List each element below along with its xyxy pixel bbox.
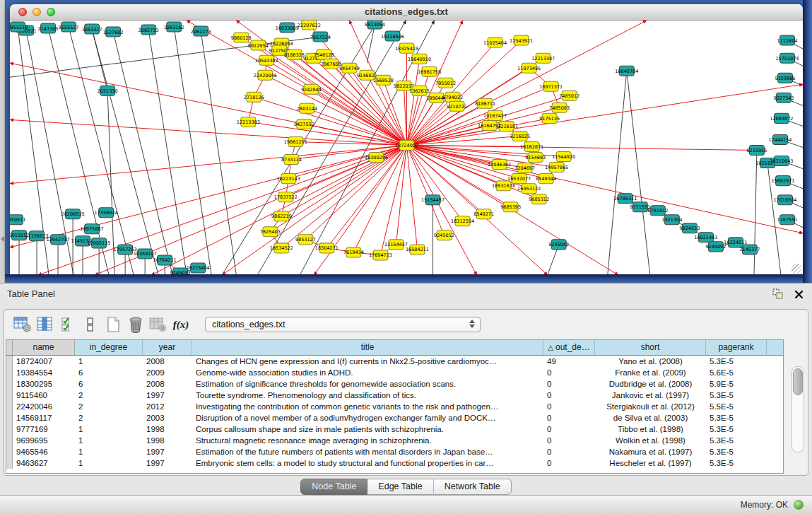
network-edge[interactable]	[148, 30, 187, 275]
network-node[interactable]: 8186711	[475, 98, 495, 108]
table-cell[interactable]: 2009	[143, 367, 192, 378]
column-header-pagerank[interactable]: pagerank	[706, 340, 767, 355]
network-node[interactable]: 9245042	[548, 240, 569, 250]
table-cell[interactable]: Structural magnetic resonance image aver…	[192, 435, 543, 446]
table-cell[interactable]: Estimation of the future numbers of pati…	[192, 446, 543, 457]
table-cell[interactable]: 1997	[143, 390, 192, 401]
network-node[interactable]: 16021443	[694, 233, 717, 243]
network-node[interactable]: 12093872	[770, 113, 793, 123]
float-panel-icon[interactable]	[772, 288, 783, 302]
network-node[interactable]: 11544920	[552, 152, 575, 162]
network-node[interactable]: 22207612	[298, 21, 321, 30]
network-node[interactable]: 1955219	[10, 22, 28, 32]
table-cell[interactable]: 2	[75, 412, 143, 424]
network-node[interactable]: 7485012	[559, 90, 579, 100]
table-cell[interactable]: 1	[75, 457, 143, 469]
network-edge[interactable]	[367, 24, 375, 63]
network-node[interactable]: 2718126	[244, 92, 264, 102]
table-cell[interactable]: 0	[543, 457, 595, 469]
row-height-icon[interactable]	[81, 315, 100, 334]
network-node[interactable]: 9245012	[434, 230, 454, 240]
network-edge[interactable]	[10, 63, 407, 145]
network-canvas[interactable]: 2610521214730591555271053327152760220657…	[10, 21, 803, 275]
table-cell[interactable]: 9777169	[13, 424, 75, 435]
network-node[interactable]: 8813054	[365, 21, 385, 29]
network-node[interactable]: 2062273	[191, 26, 211, 36]
table-vertical-scrollbar[interactable]	[792, 366, 804, 452]
column-header-in-degree[interactable]: in_degree	[75, 340, 143, 355]
table-cell[interactable]: 0	[543, 424, 595, 435]
network-edge[interactable]	[10, 145, 407, 183]
network-node[interactable]: 22420046	[254, 70, 277, 80]
network-node[interactable]: 12213383	[237, 117, 260, 127]
close-panel-icon[interactable]	[794, 289, 804, 302]
network-node[interactable]: 8350511	[10, 215, 25, 225]
network-node[interactable]: 9210721	[447, 101, 467, 111]
table-cell[interactable]: 5.3E-5	[706, 390, 767, 401]
network-node[interactable]: 8733114	[281, 155, 302, 165]
network-node[interactable]: 6794022	[442, 92, 463, 102]
table-cell[interactable]: Tibbo et al. (1998)	[595, 424, 706, 435]
network-node[interactable]: 18640910	[408, 54, 431, 64]
table-cell[interactable]: 9115460	[13, 390, 75, 401]
tab-node-table[interactable]: Node Table	[300, 479, 367, 495]
network-node[interactable]: 7546128	[314, 49, 334, 59]
table-cell[interactable]: 5.3E-5	[706, 446, 767, 457]
network-edge[interactable]	[407, 145, 477, 275]
table-cell[interactable]: 6	[75, 367, 143, 378]
network-edge[interactable]	[627, 71, 650, 275]
network-node[interactable]: 8186328	[284, 49, 305, 59]
network-edge[interactable]	[407, 115, 495, 145]
table-cell[interactable]: 2003	[143, 412, 192, 424]
table-row[interactable]: 946362711997Embryonic stem cells: a mode…	[6, 457, 783, 469]
table-cell[interactable]: 5.3E-5	[706, 435, 767, 446]
network-node[interactable]: 1167551	[777, 215, 798, 225]
network-edge[interactable]	[608, 71, 627, 275]
network-node[interactable]: 16162871	[520, 141, 543, 151]
table-cell[interactable]: 9465546	[13, 446, 75, 457]
network-node[interactable]: 8215955	[746, 145, 767, 155]
network-edge[interactable]	[295, 141, 406, 145]
network-node[interactable]: 2145377	[739, 245, 760, 255]
window-resize-grip[interactable]	[792, 264, 801, 274]
network-node[interactable]: 9227343	[774, 93, 794, 103]
network-edge[interactable]	[407, 145, 757, 150]
table-cell[interactable]: 2008	[143, 356, 192, 367]
network-node[interactable]: 16312554	[451, 216, 474, 226]
network-node[interactable]: 19218506	[381, 31, 404, 41]
network-node[interactable]: 16584211	[406, 245, 429, 255]
table-cell[interactable]: 2	[75, 390, 143, 401]
network-node[interactable]: 10975887	[81, 224, 104, 234]
network-node[interactable]: 6791912	[647, 206, 668, 216]
network-node[interactable]: 20206535	[61, 209, 85, 219]
table-cell[interactable]: Corpus callosum shape and size in male p…	[192, 424, 543, 435]
column-header-year[interactable]: year	[143, 340, 192, 355]
table-cell[interactable]: 5.3E-5	[706, 457, 767, 469]
table-cell[interactable]: 2008	[143, 378, 192, 390]
network-node[interactable]: 9155527	[59, 22, 79, 32]
table-row[interactable]: 1938455462009Genome-wide association stu…	[6, 367, 783, 378]
network-node[interactable]: 9329966	[775, 73, 796, 83]
row-header[interactable]	[6, 401, 13, 412]
network-node[interactable]: 13154457	[384, 240, 408, 250]
network-edge[interactable]	[407, 136, 520, 145]
row-header[interactable]	[6, 390, 13, 401]
row-header[interactable]	[6, 424, 13, 435]
network-node[interactable]: 1568528	[373, 75, 394, 85]
table-chooser-dropdown[interactable]: citations_edges.txt	[205, 317, 481, 332]
table-cell[interactable]: 18724007	[13, 356, 75, 367]
table-cell[interactable]: Jankovic et al. (1997)	[595, 390, 706, 401]
table-cell[interactable]: 1	[75, 435, 143, 446]
network-node[interactable]: 16648784	[615, 66, 638, 76]
table-cell[interactable]: 1	[75, 446, 143, 457]
row-header[interactable]	[6, 412, 13, 424]
table-cell[interactable]: 1	[75, 356, 143, 367]
network-node[interactable]: 1053327	[82, 24, 102, 34]
table-cell[interactable]: 18300295	[13, 378, 75, 390]
table-cell[interactable]: 2012	[143, 401, 192, 412]
table-cell[interactable]: 9463627	[13, 457, 75, 469]
network-edge[interactable]	[407, 84, 803, 145]
network-node[interactable]: 8915052	[10, 230, 29, 240]
network-node[interactable]: 17359924	[95, 208, 118, 218]
network-node[interactable]: 9427552	[294, 119, 314, 129]
